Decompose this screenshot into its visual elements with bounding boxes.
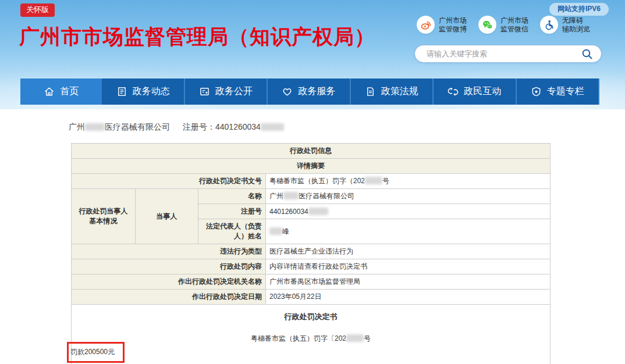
nav-label: 政务动态 (133, 85, 170, 98)
page-title: 广州市市场监督管理局（知识产权局） (19, 23, 375, 51)
table-title: 行政处罚信息 (72, 144, 551, 159)
search-icon[interactable] (580, 47, 594, 61)
nav-item-topics[interactable]: 专题专栏 (517, 78, 599, 105)
name-value: 广州医疗器械有限公司 (266, 189, 551, 204)
decision-section: 行政处罚决定书 粤穗番市监（执五）罚字〔202号 罚款200500元 (72, 305, 551, 364)
row-value: 内容详情请查看行政处罚决定书 (266, 259, 551, 274)
accessibility-link[interactable]: 无障碍 辅助浏览 (540, 16, 590, 34)
badge-star-icon (531, 86, 542, 97)
legal-rep-label: 法定代表人（负责人）姓名 (198, 219, 266, 244)
nav-label: 专题专栏 (547, 85, 584, 98)
nav-label: 政务公开 (215, 85, 253, 98)
penalty-amount-text: 罚款200500元 (70, 348, 115, 356)
party-section-label: 行政处罚当事人 基本情况 (72, 189, 136, 244)
nav-item-service[interactable]: 政务服务 (268, 78, 350, 105)
decision-doc-no: 粤穗番市监（执五）罚字〔202号 (75, 334, 546, 344)
wechat-link[interactable]: 广州市场 监管微信 (478, 16, 528, 34)
nav-item-law[interactable]: 政策法规 (351, 78, 434, 105)
accessibility-icon (540, 16, 558, 34)
disclosure-icon (199, 86, 210, 97)
quick-links: 广州市场 监管微博 广州市场 监管微信 (417, 16, 590, 34)
main-nav: 首页 政务动态 政务公开 政务服务 政策法规 政民互动 专题专栏 (20, 78, 599, 105)
decision-title: 行政处罚决定书 (75, 312, 546, 322)
row-value: 2023年05月22日 (266, 290, 551, 305)
reg-no-value: 4401260034 (215, 122, 261, 131)
weibo-icon (417, 16, 435, 34)
nav-label: 政民互动 (464, 85, 501, 98)
news-icon (116, 86, 127, 97)
redacted-text (269, 227, 282, 235)
nav-label: 政策法规 (381, 85, 418, 98)
party-regno-value: 4401260034 (266, 204, 551, 219)
party-regno-label: 注册号 (198, 204, 266, 219)
search-input[interactable] (427, 49, 580, 58)
nav-item-news[interactable]: 政务动态 (102, 78, 184, 105)
party-label: 当事人 (136, 189, 198, 244)
nav-item-home[interactable]: 首页 (20, 78, 102, 105)
row-label: 作出行政处罚决定机关名称 (72, 274, 266, 290)
nav-item-interaction[interactable]: 政民互动 (434, 78, 516, 105)
heart-icon (282, 86, 293, 97)
weibo-label: 广州市场 监管微博 (439, 16, 467, 34)
nav-label: 首页 (60, 85, 79, 98)
redacted-text (261, 123, 284, 131)
search-box (414, 45, 602, 63)
row-label: 作出行政处罚决定日期 (72, 290, 266, 305)
ipv6-support-badge: 网站支持IPV6 (549, 3, 609, 16)
weibo-link[interactable]: 广州市场 监管微博 (417, 16, 467, 34)
redacted-text (283, 192, 299, 199)
doc-no-value: 粤穗番市监（执五）罚字（202号 (266, 174, 551, 189)
company-name-prefix: 广州 (69, 122, 85, 131)
subject-company-line: 广州医疗器械有限公司注册号：4401260034 (69, 122, 284, 133)
doc-no-label: 行政处罚决定书文号 (72, 174, 266, 189)
redacted-text (85, 123, 105, 131)
row-label: 行政处罚内容 (72, 259, 266, 274)
summary-header: 详情摘要 (72, 159, 551, 174)
legal-rep-value: 峰 (266, 219, 551, 244)
wechat-label: 广州市场 监管微信 (500, 16, 528, 34)
wechat-icon (478, 16, 496, 34)
accessibility-label: 无障碍 辅助浏览 (562, 16, 590, 34)
home-icon (44, 86, 55, 97)
row-value: 医疗器械生产企业违法行为 (266, 244, 551, 259)
row-value: 广州市番禺区市场监督管理局 (266, 274, 551, 290)
redacted-text (308, 208, 328, 215)
penalty-amount-highlight: 罚款200500元 (67, 342, 125, 363)
nav-label: 政务服务 (298, 85, 335, 98)
name-label: 名称 (198, 189, 266, 204)
penalty-info-table: 行政处罚信息 详情摘要 行政处罚决定书文号 粤穗番市监（执五）罚字（202号 行… (71, 143, 551, 364)
reg-no-label: 注册号： (183, 122, 215, 131)
care-version-badge[interactable]: 关怀版 (20, 3, 55, 17)
redacted-text (346, 334, 364, 342)
interaction-icon (448, 86, 459, 97)
company-name-suffix: 医疗器械有限公司 (105, 122, 170, 131)
redacted-text (365, 177, 382, 184)
law-icon (365, 86, 376, 97)
nav-item-disclosure[interactable]: 政务公开 (185, 78, 268, 105)
row-label: 违法行为类型 (72, 244, 266, 259)
